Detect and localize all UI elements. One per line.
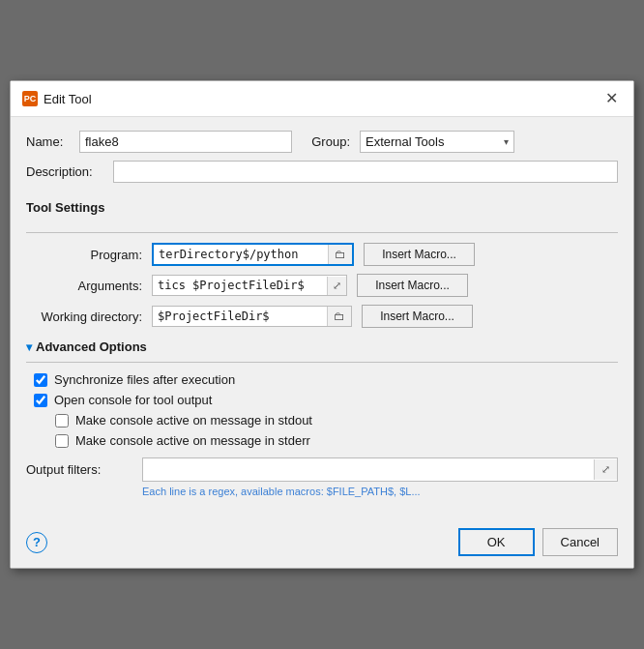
arguments-insert-macro-button[interactable]: Insert Macro... — [357, 274, 468, 297]
dialog-title: Edit Tool — [44, 92, 92, 106]
output-filters-input-wrapper: ⤢ — [142, 457, 618, 482]
arguments-label: Arguments: — [26, 279, 152, 293]
cancel-button[interactable]: Cancel — [542, 528, 618, 556]
program-label: Program: — [26, 248, 152, 262]
output-filters-label: Output filters: — [26, 462, 142, 477]
ok-button[interactable]: OK — [458, 528, 535, 556]
output-filters-row: Output filters: ⤢ — [26, 457, 618, 482]
name-group-row: Name: Group: External Tools Local Histor… — [26, 131, 618, 153]
advanced-separator — [26, 362, 618, 363]
open-console-label: Open console for tool output — [54, 393, 212, 407]
output-filters-input[interactable] — [143, 458, 594, 481]
sync-files-row: Synchronize files after execution — [34, 372, 618, 387]
description-row: Description: — [26, 161, 618, 183]
arguments-row: Arguments: ⤢ Insert Macro... — [26, 274, 618, 297]
make-console-stderr-label: Make console active on message in stderr — [75, 433, 310, 448]
group-select[interactable]: External Tools Local History Git — [360, 131, 514, 153]
group-select-wrapper: External Tools Local History Git ▾ — [360, 131, 514, 153]
description-input[interactable] — [113, 161, 618, 183]
collapse-icon: ▾ — [26, 340, 32, 354]
make-console-stdout-row: Make console active on message in stdout — [55, 413, 618, 428]
advanced-options-label: Advanced Options — [36, 339, 147, 354]
working-directory-row: Working directory: 🗀 Insert Macro... — [26, 305, 618, 328]
bottom-bar: ? OK Cancel — [11, 518, 633, 568]
dialog-content: Name: Group: External Tools Local Histor… — [11, 117, 633, 518]
output-filters-expand-button[interactable]: ⤢ — [594, 459, 617, 480]
make-console-stderr-row: Make console active on message in stderr — [55, 433, 618, 448]
make-console-stdout-checkbox[interactable] — [55, 414, 69, 428]
edit-tool-dialog: PC Edit Tool ✕ Name: Group: External Too… — [10, 80, 634, 569]
program-row: Program: 🗀 Insert Macro... — [26, 243, 618, 266]
title-bar: PC Edit Tool ✕ — [11, 81, 633, 117]
working-directory-folder-button[interactable]: 🗀 — [327, 307, 351, 326]
make-console-stdout-label: Make console active on message in stdout — [75, 413, 312, 428]
tool-settings-separator — [26, 232, 618, 233]
arguments-input[interactable] — [153, 276, 327, 295]
bottom-buttons: OK Cancel — [458, 528, 618, 556]
tool-settings-section: Tool Settings — [26, 191, 618, 222]
app-icon: PC — [22, 91, 38, 106]
group-label: Group: — [292, 134, 360, 149]
working-directory-input[interactable] — [153, 307, 327, 326]
description-label: Description: — [26, 164, 113, 179]
make-console-stderr-checkbox[interactable] — [55, 434, 69, 448]
help-button[interactable]: ? — [26, 532, 47, 553]
name-label: Name: — [26, 134, 79, 149]
name-input[interactable] — [79, 131, 292, 153]
arguments-expand-button[interactable]: ⤢ — [327, 277, 346, 295]
open-console-row: Open console for tool output — [34, 393, 618, 407]
working-directory-input-wrapper: 🗀 — [152, 306, 352, 327]
program-input[interactable] — [154, 245, 328, 264]
title-bar-left: PC Edit Tool — [22, 91, 92, 106]
arguments-input-wrapper: ⤢ — [152, 275, 347, 296]
open-console-checkbox[interactable] — [34, 394, 47, 407]
close-button[interactable]: ✕ — [601, 89, 622, 108]
working-directory-label: Working directory: — [26, 310, 152, 324]
sync-files-checkbox[interactable] — [34, 373, 47, 387]
program-input-wrapper: 🗀 — [152, 243, 354, 266]
hint-text: Each line is a regex, available macros: … — [142, 486, 618, 497]
sync-files-label: Synchronize files after execution — [54, 372, 235, 387]
program-insert-macro-button[interactable]: Insert Macro... — [364, 243, 475, 266]
tool-settings-label: Tool Settings — [26, 200, 104, 215]
working-directory-insert-macro-button[interactable]: Insert Macro... — [362, 305, 473, 328]
advanced-options-section: ▾ Advanced Options — [26, 339, 618, 354]
program-folder-button[interactable]: 🗀 — [328, 245, 352, 264]
